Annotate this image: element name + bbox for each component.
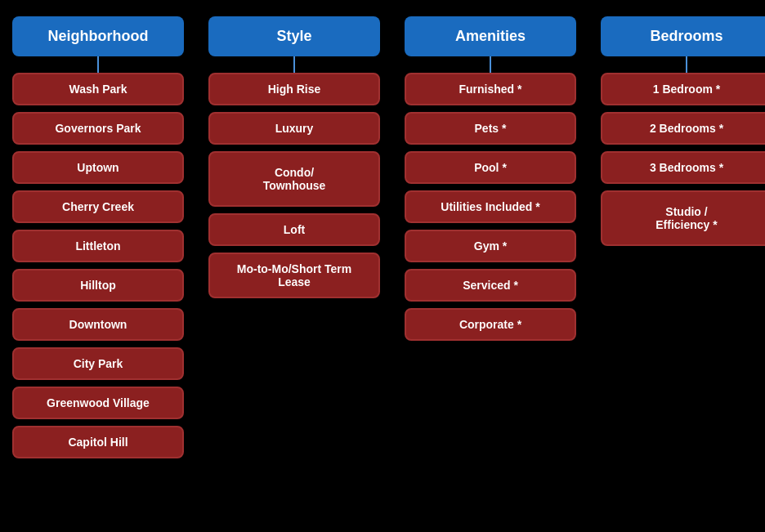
column-bedrooms: Bedrooms1 Bedroom *2 Bedrooms *3 Bedroom…	[601, 16, 765, 246]
item-bedrooms-0[interactable]: 1 Bedroom *	[601, 73, 765, 105]
column-amenities: AmenitiesFurnished *Pets *Pool *Utilitie…	[405, 16, 576, 341]
item-neighborhood-5[interactable]: Hilltop	[12, 269, 184, 302]
item-neighborhood-2[interactable]: Uptown	[12, 151, 184, 184]
item-bedrooms-3[interactable]: Studio /Efficiency *	[601, 190, 765, 246]
connector-line	[97, 56, 99, 73]
item-amenities-4[interactable]: Gym *	[405, 230, 576, 262]
item-neighborhood-3[interactable]: Cherry Creek	[12, 190, 184, 223]
item-amenities-5[interactable]: Serviced *	[405, 269, 576, 302]
item-style-2[interactable]: Condo/Townhouse	[208, 151, 380, 207]
item-bedrooms-2[interactable]: 3 Bedrooms *	[601, 151, 765, 184]
item-style-3[interactable]: Loft	[208, 213, 380, 246]
header-bedrooms[interactable]: Bedrooms	[601, 16, 765, 56]
column-neighborhood: NeighborhoodWash ParkGovernors ParkUptow…	[12, 16, 184, 458]
connector-line	[686, 56, 687, 73]
item-amenities-3[interactable]: Utilities Included *	[405, 190, 576, 223]
item-style-0[interactable]: High Rise	[208, 73, 380, 105]
item-neighborhood-8[interactable]: Greenwood Village	[12, 387, 184, 419]
item-amenities-6[interactable]: Corporate *	[405, 308, 576, 341]
item-neighborhood-7[interactable]: City Park	[12, 347, 184, 380]
item-amenities-0[interactable]: Furnished *	[405, 73, 576, 105]
header-neighborhood[interactable]: Neighborhood	[12, 16, 184, 56]
connector-line	[293, 56, 295, 73]
column-style: StyleHigh RiseLuxuryCondo/TownhouseLoftM…	[208, 16, 380, 298]
header-amenities[interactable]: Amenities	[405, 16, 576, 56]
item-neighborhood-0[interactable]: Wash Park	[12, 73, 184, 105]
header-style[interactable]: Style	[208, 16, 380, 56]
item-amenities-1[interactable]: Pets *	[405, 112, 576, 145]
connector-line	[490, 56, 491, 73]
item-neighborhood-4[interactable]: Littleton	[12, 230, 184, 262]
item-amenities-2[interactable]: Pool *	[405, 151, 576, 184]
item-bedrooms-1[interactable]: 2 Bedrooms *	[601, 112, 765, 145]
diagram: NeighborhoodWash ParkGovernors ParkUptow…	[0, 0, 765, 532]
item-style-4[interactable]: Mo-to-Mo/Short Term Lease	[208, 253, 380, 298]
item-neighborhood-9[interactable]: Capitol Hill	[12, 426, 184, 458]
item-neighborhood-6[interactable]: Downtown	[12, 308, 184, 341]
item-style-1[interactable]: Luxury	[208, 112, 380, 145]
item-neighborhood-1[interactable]: Governors Park	[12, 112, 184, 145]
